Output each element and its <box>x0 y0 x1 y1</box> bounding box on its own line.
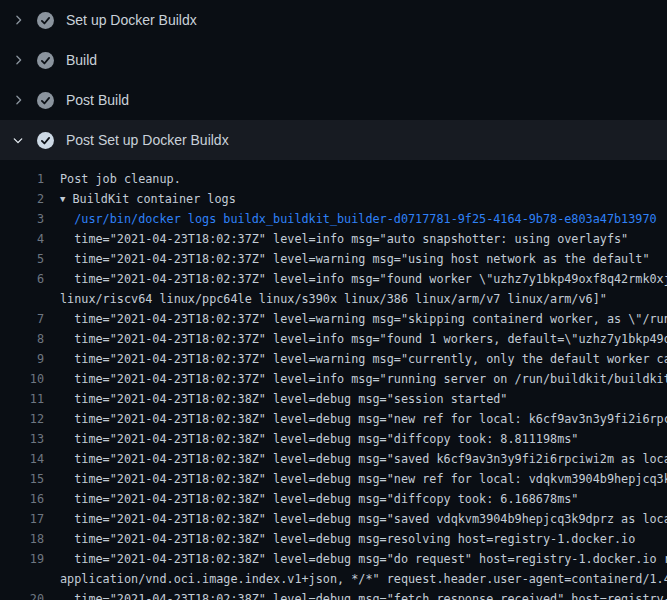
chevron-right-icon <box>10 52 26 68</box>
log-line: linux/riscv64 linux/ppc64le linux/s390x … <box>0 289 667 309</box>
step-log-output: 1 Post job cleanup. 2 ▼BuildKit containe… <box>0 160 667 600</box>
log-line-text: time="2021-04-23T18:02:37Z" level=warnin… <box>60 309 667 329</box>
log-line: 3 /usr/bin/docker logs buildx_buildkit_b… <box>0 209 667 229</box>
chevron-right-icon <box>10 12 26 28</box>
line-number-link[interactable]: 3 <box>0 209 44 229</box>
line-number-link[interactable]: 10 <box>0 369 44 389</box>
log-line: 13 time="2021-04-23T18:02:38Z" level=deb… <box>0 429 667 449</box>
log-line-text: time="2021-04-23T18:02:38Z" level=debug … <box>60 529 635 549</box>
log-line: 5 time="2021-04-23T18:02:37Z" level=warn… <box>0 249 667 269</box>
log-line-text: time="2021-04-23T18:02:38Z" level=debug … <box>60 509 667 529</box>
line-number-link[interactable]: 9 <box>0 349 44 369</box>
log-line: 12 time="2021-04-23T18:02:38Z" level=deb… <box>0 409 667 429</box>
log-line-text: time="2021-04-23T18:02:38Z" level=debug … <box>60 589 667 600</box>
log-line-text: time="2021-04-23T18:02:37Z" level=info m… <box>60 229 628 249</box>
log-line-text: time="2021-04-23T18:02:37Z" level=warnin… <box>60 249 650 269</box>
step-row[interactable]: Set up Docker Buildx <box>0 0 667 40</box>
log-line-text: time="2021-04-23T18:02:37Z" level=info m… <box>60 329 667 349</box>
line-number-link[interactable]: 12 <box>0 409 44 429</box>
log-line-text: ▼BuildKit container logs <box>60 189 236 209</box>
line-number-link[interactable]: 6 <box>0 269 44 289</box>
chevron-down-icon <box>10 132 26 148</box>
line-number-link[interactable]: 1 <box>0 169 44 189</box>
log-line: 20 time="2021-04-23T18:02:38Z" level=deb… <box>0 589 667 600</box>
log-line: 11 time="2021-04-23T18:02:38Z" level=deb… <box>0 389 667 409</box>
log-line: 17 time="2021-04-23T18:02:38Z" level=deb… <box>0 509 667 529</box>
line-number-link[interactable]: 18 <box>0 529 44 549</box>
log-line-text: /usr/bin/docker logs buildx_buildkit_bui… <box>60 209 657 229</box>
log-line-text: time="2021-04-23T18:02:37Z" level=info m… <box>60 269 667 289</box>
step-title: Post Build <box>66 92 129 108</box>
log-line: 6 time="2021-04-23T18:02:37Z" level=info… <box>0 269 667 289</box>
line-number-link[interactable]: 15 <box>0 469 44 489</box>
chevron-right-icon <box>10 92 26 108</box>
check-circle-icon <box>37 92 54 109</box>
check-circle-icon <box>37 12 54 29</box>
log-line: 16 time="2021-04-23T18:02:38Z" level=deb… <box>0 489 667 509</box>
line-number-link[interactable]: 2 <box>0 189 44 209</box>
step-title: Post Set up Docker Buildx <box>66 132 229 148</box>
step-row[interactable]: Post Build <box>0 80 667 120</box>
line-number-link[interactable] <box>0 569 44 589</box>
log-line-text: time="2021-04-23T18:02:38Z" level=debug … <box>60 429 578 449</box>
log-line-text: time="2021-04-23T18:02:38Z" level=debug … <box>60 549 667 569</box>
log-line: 10 time="2021-04-23T18:02:37Z" level=inf… <box>0 369 667 389</box>
line-number-link[interactable]: 20 <box>0 589 44 600</box>
log-line-text: linux/riscv64 linux/ppc64le linux/s390x … <box>60 289 607 309</box>
log-line-text: time="2021-04-23T18:02:37Z" level=warnin… <box>60 349 667 369</box>
log-line-text: time="2021-04-23T18:02:38Z" level=debug … <box>60 409 667 429</box>
group-toggle-icon[interactable]: ▼ <box>60 189 65 209</box>
log-line: 15 time="2021-04-23T18:02:38Z" level=deb… <box>0 469 667 489</box>
log-line-text: Post job cleanup. <box>60 169 181 189</box>
line-number-link[interactable]: 4 <box>0 229 44 249</box>
log-line: 2 ▼BuildKit container logs <box>0 189 667 209</box>
line-number-link[interactable]: 11 <box>0 389 44 409</box>
log-line-text: time="2021-04-23T18:02:38Z" level=debug … <box>60 469 667 489</box>
step-title: Build <box>66 52 97 68</box>
step-row[interactable]: Build <box>0 40 667 80</box>
step-row[interactable]: Post Set up Docker Buildx <box>0 120 667 160</box>
log-line-text: time="2021-04-23T18:02:38Z" level=debug … <box>60 389 507 409</box>
log-line: 7 time="2021-04-23T18:02:37Z" level=warn… <box>0 309 667 329</box>
log-line: 8 time="2021-04-23T18:02:37Z" level=info… <box>0 329 667 349</box>
line-number-link[interactable]: 8 <box>0 329 44 349</box>
line-number-link[interactable]: 5 <box>0 249 44 269</box>
check-circle-icon <box>37 52 54 69</box>
log-line: 9 time="2021-04-23T18:02:37Z" level=warn… <box>0 349 667 369</box>
log-line-text: time="2021-04-23T18:02:38Z" level=debug … <box>60 449 667 469</box>
log-line: 1 Post job cleanup. <box>0 169 667 189</box>
line-number-link[interactable]: 13 <box>0 429 44 449</box>
log-line-text: application/vnd.oci.image.index.v1+json,… <box>60 569 667 589</box>
line-number-link[interactable]: 17 <box>0 509 44 529</box>
group-title: BuildKit container logs <box>72 192 235 206</box>
line-number-link[interactable]: 19 <box>0 549 44 569</box>
line-number-link[interactable] <box>0 289 44 309</box>
line-number-link[interactable]: 14 <box>0 449 44 469</box>
line-number-link[interactable]: 16 <box>0 489 44 509</box>
steps-list: Set up Docker Buildx Build P <box>0 0 667 160</box>
log-line: 14 time="2021-04-23T18:02:38Z" level=deb… <box>0 449 667 469</box>
log-line: 18 time="2021-04-23T18:02:38Z" level=deb… <box>0 529 667 549</box>
log-line: 4 time="2021-04-23T18:02:37Z" level=info… <box>0 229 667 249</box>
log-line: 19 time="2021-04-23T18:02:38Z" level=deb… <box>0 549 667 569</box>
job-log-panel: Set up Docker Buildx Build P <box>0 0 667 600</box>
log-line-text: time="2021-04-23T18:02:37Z" level=info m… <box>60 369 667 389</box>
log-line-text: time="2021-04-23T18:02:38Z" level=debug … <box>60 489 578 509</box>
line-number-link[interactable]: 7 <box>0 309 44 329</box>
log-line: application/vnd.oci.image.index.v1+json,… <box>0 569 667 589</box>
check-circle-icon <box>37 132 54 149</box>
step-title: Set up Docker Buildx <box>66 12 197 28</box>
